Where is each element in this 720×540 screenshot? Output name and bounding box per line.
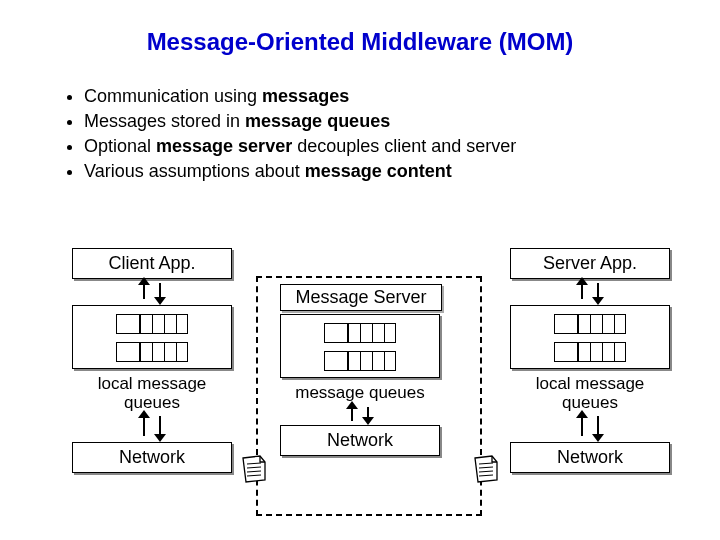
bullet-item: Optional message server decouples client… <box>84 136 720 157</box>
arrows-updown-icon <box>280 403 440 425</box>
client-queues-label: local message queues <box>72 375 232 412</box>
bullet-item: Communication using messages <box>84 86 720 107</box>
queue-icon <box>280 314 440 378</box>
server-app-box: Server App. <box>510 248 670 279</box>
message-note-icon <box>472 454 500 484</box>
architecture-diagram: Client App. local message queues Network… <box>0 248 720 528</box>
client-app-box: Client App. <box>72 248 232 279</box>
queue-icon <box>510 305 670 369</box>
bullet-item: Messages stored in message queues <box>84 111 720 132</box>
bullet-item: Various assumptions about message conten… <box>84 161 720 182</box>
client-column: Client App. local message queues Network <box>72 248 232 473</box>
bullet-list: Communication using messages Messages st… <box>84 86 720 182</box>
network-box: Network <box>72 442 232 473</box>
page-title: Message-Oriented Middleware (MOM) <box>0 28 720 56</box>
message-server-label: Message Server <box>280 284 442 311</box>
network-box: Network <box>280 425 440 456</box>
message-server-column: message queues Network <box>280 308 440 456</box>
network-box: Network <box>510 442 670 473</box>
arrows-updown-icon <box>510 412 670 442</box>
serverapp-queues-label: local message queues <box>510 375 670 412</box>
message-note-icon <box>240 454 268 484</box>
server-app-column: Server App. local message queues Network <box>510 248 670 473</box>
arrows-updown-icon <box>510 279 670 305</box>
arrows-updown-icon <box>72 279 232 305</box>
queue-icon <box>72 305 232 369</box>
server-queues-label: message queues <box>280 384 440 403</box>
arrows-updown-icon <box>72 412 232 442</box>
